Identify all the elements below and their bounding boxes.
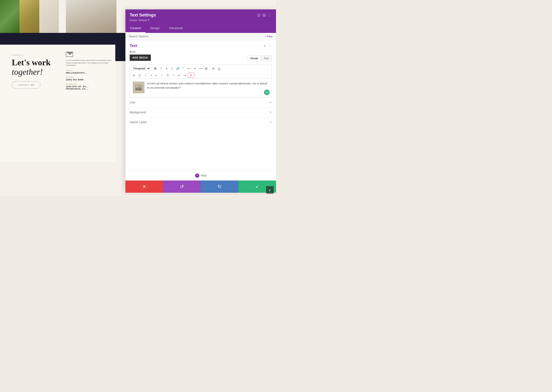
visual-switch-button[interactable]: Visual (247, 56, 261, 61)
background-accordion-label: Background (130, 111, 146, 114)
italic-button[interactable]: I (158, 66, 164, 71)
email-label: EMAIL (66, 70, 113, 71)
bold-button[interactable]: B (153, 66, 158, 71)
align-right-button[interactable]: ⟶ (198, 66, 203, 71)
link-button[interactable]: 🔗 (175, 66, 181, 71)
address-label: ADDRESS (66, 83, 113, 85)
cancel-button[interactable]: ✕ (125, 181, 163, 193)
blockquote-button[interactable]: " (181, 66, 186, 71)
tab-advanced[interactable]: Advanced (165, 24, 188, 33)
help-icon: ? (195, 174, 199, 178)
unordered-list-button[interactable]: ≡ (164, 66, 169, 71)
redo-editor-button[interactable]: ↪ (182, 73, 187, 78)
background-chevron-icon: ∨ (269, 110, 272, 114)
panel-header-icons: ⊡ ⊟ ⋮ (257, 13, 272, 17)
model-photo (66, 0, 116, 33)
preset-chevron-icon: ▾ (148, 19, 149, 22)
align-center-button[interactable]: ≡ (192, 66, 197, 71)
placeholder-image-icon (135, 85, 142, 91)
editor-image-placeholder (133, 82, 145, 93)
section-more-icon[interactable]: ⋮ (268, 43, 272, 48)
italic2-button[interactable]: I (143, 73, 148, 78)
admin-label-accordion-label: Admin Label (130, 120, 147, 124)
section-controls: ∧ ⋮ (263, 43, 272, 48)
editor-switch: Visual Text (247, 56, 272, 61)
editor-refresh-button[interactable]: ↺ (264, 90, 270, 95)
tab-content[interactable]: Content (125, 24, 146, 33)
link-accordion-label: Link (130, 101, 135, 104)
text-section-header: Text ∧ ⋮ (130, 43, 272, 48)
panel-body: Text ∧ ⋮ Body ADD MEDIA Visual Text Para… (125, 40, 276, 170)
underline-button[interactable]: U (217, 66, 222, 71)
email-value: HELLO@DIVIFA... (66, 72, 113, 74)
panel-title: Text Settings (130, 13, 156, 18)
phone-value: (346) 361-6866 (66, 78, 113, 81)
strikethrough-button[interactable]: S (211, 66, 216, 71)
svg-point-2 (136, 85, 138, 87)
paragraph-select[interactable]: Paragraph Heading 1 Heading 2 (131, 66, 151, 71)
panel-tabs: Content Design Advanced (125, 24, 276, 33)
body-field-label: Body (130, 50, 272, 53)
text-switch-button[interactable]: Text (261, 56, 272, 61)
contact-heading-line1: Let's work (12, 58, 51, 67)
align-left-button[interactable]: ⟵ (187, 66, 192, 71)
toolbar-sep-2 (210, 67, 210, 70)
plant-image-2 (20, 0, 39, 33)
editor-body-text: Ut enim ad minima veniam, quis nostrum e… (147, 82, 269, 90)
help-section: ? Help (125, 170, 276, 181)
table-button[interactable]: ⊞ (203, 66, 209, 71)
help-text[interactable]: Help (201, 174, 207, 177)
search-input[interactable] (129, 35, 265, 38)
text-color-button[interactable]: A (131, 73, 137, 78)
contact-me-button[interactable]: CONTACT ME (12, 81, 40, 89)
preset-label: Preset: Default (130, 19, 147, 22)
expand-icon[interactable]: ⊡ (257, 13, 260, 17)
divi-module-button[interactable]: D (188, 73, 194, 78)
address-value-2: FRANCISCO, CA... (66, 88, 113, 90)
editor-toolbar-row1: Paragraph Heading 1 Heading 2 B I ≡ 1. 🔗… (130, 65, 272, 72)
contact-info-right: Ut enim ad minima veniam, quis nostrum e… (66, 52, 113, 90)
plant-image-1 (0, 0, 20, 33)
section-collapse-icon[interactable]: ∧ (263, 43, 266, 48)
divi-panel: Text Settings ⊡ ⊟ ⋮ Preset: Default ▾ Co… (125, 9, 276, 193)
admin-label-chevron-icon: ∨ (269, 120, 272, 124)
tab-design[interactable]: Design (146, 24, 165, 33)
panel-preset[interactable]: Preset: Default ▾ (130, 19, 272, 22)
emoji-button[interactable]: ☺ (171, 73, 176, 78)
link-accordion: Link ∨ (130, 97, 272, 107)
background-accordion: Background ∨ (130, 107, 272, 117)
bottom-arrow-button[interactable]: ↙ (266, 186, 274, 194)
fullscreen-button[interactable]: ⤢ (160, 73, 165, 78)
undo-button[interactable]: ↺ (163, 181, 201, 193)
background-accordion-header[interactable]: Background ∨ (130, 110, 272, 114)
text-section-title: Text (130, 44, 137, 48)
toolbar-sep-1 (152, 67, 152, 70)
editor-toolbar-row2: A 📋 I ⇥ ⇤ ⤢ Ω ☺ ↩ ↪ D (130, 72, 272, 78)
outdent-button[interactable]: ⇤ (154, 73, 159, 78)
plant-image-3 (39, 0, 59, 33)
more-icon[interactable]: ⋮ (268, 13, 272, 17)
link-chevron-icon: ∨ (269, 100, 272, 104)
link-accordion-header[interactable]: Link ∨ (130, 100, 272, 104)
undo-editor-button[interactable]: ↩ (176, 73, 182, 78)
indent-button[interactable]: ⇥ (148, 73, 153, 78)
layout-icon[interactable]: ⊟ (263, 13, 266, 17)
redo-button[interactable]: ↻ (201, 181, 238, 193)
add-media-button[interactable]: ADD MEDIA (130, 55, 151, 61)
panel-header: Text Settings ⊡ ⊟ ⋮ Preset: Default ▾ (125, 9, 276, 24)
phone-label: PHONE (66, 76, 113, 78)
contact-body-text: Ut enim ad minima veniam, quis nostrum e… (66, 59, 113, 67)
ordered-list-button[interactable]: 1. (170, 66, 175, 71)
contact-heading-italic: together! (12, 67, 43, 77)
panel-footer: ✕ ↺ ↻ ✓ (125, 181, 276, 193)
panel-header-top: Text Settings ⊡ ⊟ ⋮ (130, 13, 272, 18)
special-chars-button[interactable]: Ω (165, 73, 170, 78)
paste-button[interactable]: 📋 (137, 73, 142, 78)
filter-button[interactable]: + Filter (265, 35, 273, 38)
admin-label-accordion-header[interactable]: Admin Label ∨ (130, 120, 272, 124)
editor-area[interactable]: Ut enim ad minima veniam, quis nostrum e… (130, 78, 272, 97)
plant-images (0, 0, 59, 33)
panel-search: + Filter (125, 33, 276, 40)
model-photo-inner (66, 0, 116, 33)
admin-label-accordion: Admin Label ∨ (130, 117, 272, 127)
